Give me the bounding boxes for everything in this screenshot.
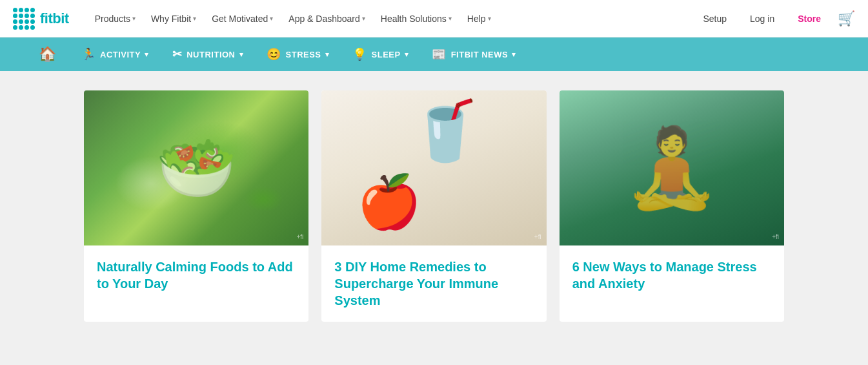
chevron-down-icon: ▾ xyxy=(405,50,409,59)
nav-home[interactable]: 🏠 xyxy=(26,37,70,71)
card-2-image-wrapper: +fi xyxy=(321,90,546,245)
chevron-down-icon: ▾ xyxy=(270,15,273,22)
watermark-2: +fi xyxy=(534,233,541,240)
nav-sleep[interactable]: 💡 SLEEP ▾ xyxy=(341,37,420,71)
cart-icon[interactable]: 🛒 xyxy=(838,10,855,27)
nav-app-dashboard[interactable]: App & Dashboard ▾ xyxy=(282,8,372,29)
home-icon: 🏠 xyxy=(39,46,57,63)
card-3-body: 6 New Ways to Manage Stress and Anxiety xyxy=(560,245,784,305)
chevron-down-icon: ▾ xyxy=(449,15,452,22)
nav-help[interactable]: Help ▾ xyxy=(461,8,498,29)
brand-name: fitbit xyxy=(40,10,69,27)
chevron-down-icon: ▾ xyxy=(145,50,149,59)
card-2-body: 3 DIY Home Remedies to Supercharge Your … xyxy=(321,245,546,322)
top-navigation: fitbit Products ▾ Why Fitbit ▾ Get Motiv… xyxy=(0,0,868,37)
card-1-image: +fi xyxy=(84,90,308,245)
chevron-down-icon: ▾ xyxy=(239,50,244,59)
sleep-icon: 💡 xyxy=(352,47,367,61)
logo-dots-grid xyxy=(13,8,35,30)
top-nav-right: Setup Log in Store 🛒 xyxy=(696,8,855,29)
nav-nutrition[interactable]: ✂ NUTRITION ▾ xyxy=(161,37,255,71)
card-3[interactable]: +fi 6 New Ways to Manage Stress and Anxi… xyxy=(560,90,784,322)
card-3-image: +fi xyxy=(560,90,784,245)
card-1-body: Naturally Calming Foods to Add to Your D… xyxy=(84,245,308,305)
secondary-navigation: 🏠 🏃 ACTIVITY ▾ ✂ NUTRITION ▾ 😊 STRESS ▾ … xyxy=(0,37,868,71)
chevron-down-icon: ▾ xyxy=(488,15,491,22)
login-link[interactable]: Log in xyxy=(743,8,781,29)
chevron-down-icon: ▾ xyxy=(362,15,365,22)
chevron-down-icon: ▾ xyxy=(193,15,196,22)
nav-products[interactable]: Products ▾ xyxy=(88,8,142,29)
card-1-image-wrapper: +fi xyxy=(84,90,308,245)
card-2-image: +fi xyxy=(321,90,546,245)
nav-fitbit-news[interactable]: 📰 FITBIT NEWS ▾ xyxy=(420,37,528,71)
main-nav: Products ▾ Why Fitbit ▾ Get Motivated ▾ … xyxy=(88,8,697,29)
card-3-title: 6 New Ways to Manage Stress and Anxiety xyxy=(572,258,771,292)
card-3-image-wrapper: +fi xyxy=(560,90,784,245)
nav-stress[interactable]: 😊 STRESS ▾ xyxy=(255,37,341,71)
card-1-title: Naturally Calming Foods to Add to Your D… xyxy=(97,258,296,292)
watermark-3: +fi xyxy=(772,233,779,240)
nav-health-solutions[interactable]: Health Solutions ▾ xyxy=(374,8,458,29)
nav-why-fitbit[interactable]: Why Fitbit ▾ xyxy=(145,8,203,29)
nav-activity[interactable]: 🏃 ACTIVITY ▾ xyxy=(70,37,161,71)
chevron-down-icon: ▾ xyxy=(325,50,330,59)
content-area: +fi Naturally Calming Foods to Add to Yo… xyxy=(0,71,868,341)
setup-link[interactable]: Setup xyxy=(696,8,733,29)
chevron-down-icon: ▾ xyxy=(132,15,136,22)
card-1[interactable]: +fi Naturally Calming Foods to Add to Yo… xyxy=(84,90,308,322)
activity-icon: 🏃 xyxy=(81,47,96,61)
cards-grid: +fi Naturally Calming Foods to Add to Yo… xyxy=(84,90,784,322)
news-icon: 📰 xyxy=(432,47,447,61)
nav-get-motivated[interactable]: Get Motivated ▾ xyxy=(205,8,279,29)
store-link[interactable]: Store xyxy=(791,8,827,29)
logo[interactable]: fitbit xyxy=(13,8,69,30)
card-2-title: 3 DIY Home Remedies to Supercharge Your … xyxy=(334,258,533,309)
watermark-1: +fi xyxy=(296,233,303,240)
card-2[interactable]: +fi 3 DIY Home Remedies to Supercharge Y… xyxy=(321,90,546,322)
nutrition-icon: ✂ xyxy=(172,47,183,61)
stress-icon: 😊 xyxy=(267,47,281,61)
chevron-down-icon: ▾ xyxy=(512,50,516,59)
